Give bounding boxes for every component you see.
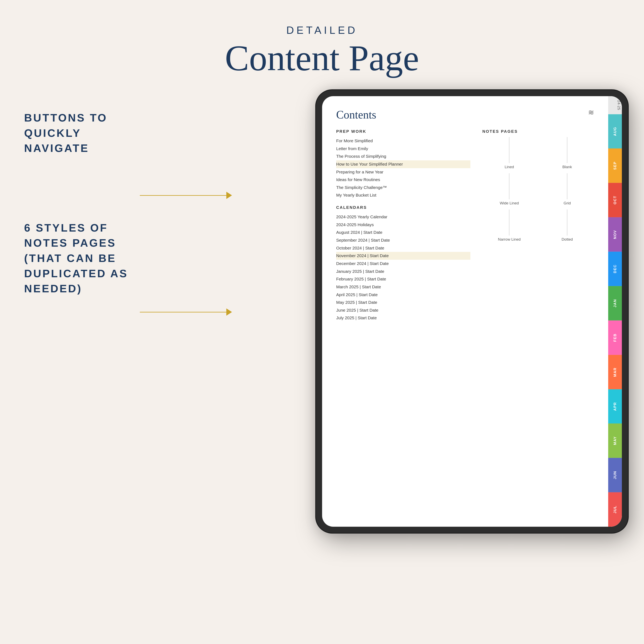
toc-how-to-use[interactable]: How to Use Your Simplified Planner [336, 160, 470, 168]
tab-oct[interactable]: OCT [608, 183, 622, 217]
tablet-device: Contents ≋ PREP WORK For More Simplified… [316, 90, 628, 533]
calendars-heading: CALENDARS [336, 205, 470, 210]
right-column: NOTES PAGES Lined Blank [482, 129, 594, 322]
page-content-area: Contents ≋ PREP WORK For More Simplified… [322, 96, 608, 527]
toc-for-more-simplified[interactable]: For More Simplified [336, 137, 470, 145]
tab-sep[interactable]: SEP [608, 148, 622, 183]
note-thumb-narrow-lined[interactable] [509, 209, 509, 236]
note-thumb-grid[interactable] [567, 173, 567, 199]
note-thumb-wide-lined[interactable] [509, 173, 509, 199]
header-subtitle: DETAILED [0, 24, 644, 36]
toc-august-2024[interactable]: August 2024 | Start Date [336, 229, 470, 236]
note-lined-label: Lined [505, 165, 514, 169]
tablet-screen: Contents ≋ PREP WORK For More Simplified… [322, 96, 622, 527]
header-title: Content Page [0, 38, 644, 78]
toc-march-2025[interactable]: March 2025 | Start Date [336, 283, 470, 291]
tablet-outer: Contents ≋ PREP WORK For More Simplified… [316, 90, 628, 533]
toc-june-2025[interactable]: June 2025 | Start Date [336, 306, 470, 314]
note-blank-label: Blank [562, 165, 572, 169]
note-wide-lined-label: Wide Lined [500, 201, 519, 205]
note-thumb-blank[interactable] [567, 137, 567, 163]
toc-may-2025[interactable]: May 2025 | Start Date [336, 299, 470, 306]
toc-december-2024[interactable]: December 2024 | Start Date [336, 260, 470, 268]
annotation-navigate: BUTTONS TOQUICKLYNAVIGATE [24, 110, 145, 156]
two-column-layout: PREP WORK For More Simplified Letter fro… [336, 129, 594, 322]
note-thumb-dotted[interactable] [567, 209, 567, 236]
toc-preparing-new-year[interactable]: Preparing for a New Year [336, 168, 470, 176]
toc-ideas-new-routines[interactable]: Ideas for New Routines [336, 176, 470, 184]
toc-july-2025[interactable]: July 2025 | Start Date [336, 314, 470, 322]
main-content: BUTTONS TOQUICKLYNAVIGATE 6 STYLES OFNOT… [0, 90, 644, 644]
page-header: DETAILED Content Page [0, 0, 644, 78]
note-narrow-lined-label: Narrow Lined [498, 237, 521, 242]
tab-bar: 24·25 AUG SEP OCT NOV DEC JAN FEB MAR AP… [608, 96, 622, 527]
toc-letter-from-emily[interactable]: Letter from Emily [336, 145, 470, 153]
tab-mar[interactable]: MAR [608, 355, 622, 389]
annotation-notes-text: 6 STYLES OFNOTES PAGES(THAT CAN BEDUPLIC… [24, 220, 145, 296]
left-annotations: BUTTONS TOQUICKLYNAVIGATE 6 STYLES OFNOT… [24, 110, 145, 361]
arrow-line-2 [140, 312, 226, 312]
left-column: PREP WORK For More Simplified Letter fro… [336, 129, 470, 322]
toc-february-2025[interactable]: February 2025 | Start Date [336, 275, 470, 283]
note-wide-lined-item: Wide Lined [482, 173, 536, 205]
tab-apr[interactable]: APR [608, 389, 622, 424]
arrow-head-1 [226, 192, 232, 199]
notes-grid: Lined Blank Wide Lined [482, 137, 594, 242]
toc-september-2024[interactable]: September 2024 | Start Date [336, 236, 470, 244]
note-thumb-lined[interactable] [509, 137, 509, 163]
tab-jun[interactable]: JUN [608, 458, 622, 492]
note-grid-label: Grid [564, 201, 571, 205]
toc-simplicity-challenge[interactable]: The Simplicity Challenge™ [336, 184, 470, 192]
note-narrow-lined-item: Narrow Lined [482, 209, 536, 242]
toc-process-of-simplifying[interactable]: The Process of Simplifying [336, 152, 470, 160]
toc-yearly-bucket-list[interactable]: My Yearly Bucket List [336, 191, 470, 199]
menu-icon[interactable]: ≋ [588, 108, 594, 117]
notes-pages-heading: NOTES PAGES [482, 129, 594, 134]
toc-october-2024[interactable]: October 2024 | Start Date [336, 244, 470, 252]
note-grid-item: Grid [540, 173, 594, 205]
toc-january-2025[interactable]: January 2025 | Start Date [336, 268, 470, 275]
tab-may[interactable]: MAY [608, 423, 622, 458]
tab-jan[interactable]: JAN [608, 286, 622, 320]
contents-header: Contents ≋ [336, 108, 594, 121]
arrow-line-1 [140, 195, 226, 196]
toc-yearly-calendar[interactable]: 2024-2025 Yearly Calendar [336, 213, 470, 221]
tab-aug[interactable]: AUG [608, 114, 622, 149]
tab-nov[interactable]: NOV [608, 217, 622, 252]
tab-feb[interactable]: FEB [608, 320, 622, 355]
tab-jul[interactable]: JUL [608, 492, 622, 527]
note-dotted-item: Dotted [540, 209, 594, 242]
prep-work-heading: PREP WORK [336, 129, 470, 134]
arrow-notes [140, 308, 232, 316]
arrow-navigate [140, 192, 232, 199]
note-blank-item: Blank [540, 137, 594, 169]
tab-dec[interactable]: DEC [608, 252, 622, 286]
contents-title[interactable]: Contents [336, 108, 376, 121]
annotation-notes: 6 STYLES OFNOTES PAGES(THAT CAN BEDUPLIC… [24, 220, 145, 296]
arrow-head-2 [226, 308, 232, 316]
tab-year[interactable]: 24·25 [608, 96, 622, 114]
annotation-navigate-text: BUTTONS TOQUICKLYNAVIGATE [24, 110, 145, 156]
toc-holidays[interactable]: 2024-2025 Holidays [336, 221, 470, 229]
toc-november-2024[interactable]: November 2024 | Start Date [336, 252, 470, 260]
note-lined-item: Lined [482, 137, 536, 169]
note-dotted-label: Dotted [562, 237, 573, 242]
toc-april-2025[interactable]: April 2025 | Start Date [336, 291, 470, 299]
